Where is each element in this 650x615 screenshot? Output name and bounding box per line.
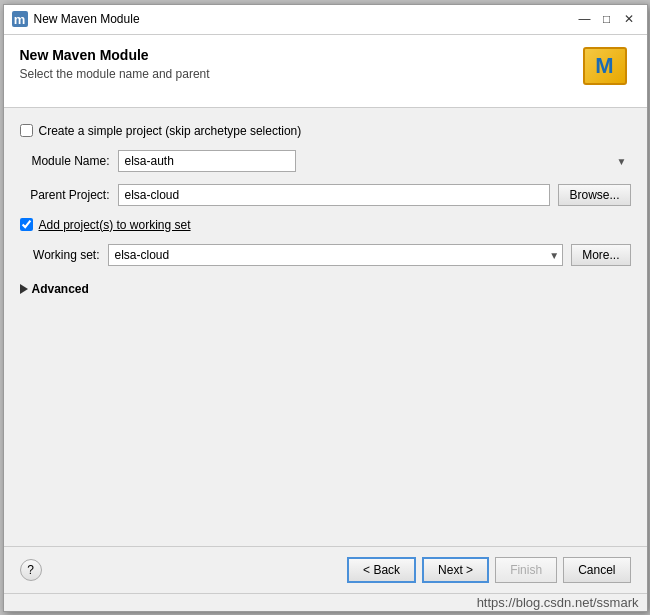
dialog-header: New Maven Module Select the module name …	[4, 35, 647, 108]
close-button[interactable]: ✕	[619, 9, 639, 29]
simple-project-checkbox[interactable]	[20, 124, 33, 137]
next-button[interactable]: Next >	[422, 557, 489, 583]
minimize-button[interactable]: —	[575, 9, 595, 29]
parent-project-input[interactable]	[118, 184, 551, 206]
maven-icon-letter: M	[595, 53, 613, 79]
browse-button[interactable]: Browse...	[558, 184, 630, 206]
dialog-footer: ? < Back Next > Finish Cancel	[4, 546, 647, 593]
status-bar: https://blog.csdn.net/ssmark	[4, 593, 647, 611]
add-working-set-label[interactable]: Add project(s) to working set	[39, 218, 191, 232]
cancel-button[interactable]: Cancel	[563, 557, 630, 583]
advanced-row[interactable]: Advanced	[20, 282, 631, 296]
header-text: New Maven Module Select the module name …	[20, 47, 210, 81]
simple-project-label[interactable]: Create a simple project (skip archetype …	[39, 124, 302, 138]
add-working-set-checkbox[interactable]	[20, 218, 33, 231]
module-name-wrapper: ▼	[118, 150, 631, 172]
window-icon: m	[12, 11, 28, 27]
module-name-label: Module Name:	[20, 154, 110, 168]
more-button[interactable]: More...	[571, 244, 630, 266]
simple-project-row: Create a simple project (skip archetype …	[20, 124, 631, 138]
window-title: New Maven Module	[34, 12, 575, 26]
parent-project-label: Parent Project:	[20, 188, 110, 202]
dialog-title: New Maven Module	[20, 47, 210, 63]
working-set-select[interactable]: elsa-cloud	[108, 244, 564, 266]
content-spacer	[20, 308, 631, 530]
advanced-expand-icon	[20, 284, 28, 294]
title-bar: m New Maven Module — □ ✕	[4, 5, 647, 35]
help-button[interactable]: ?	[20, 559, 42, 581]
maven-icon-box: M	[583, 47, 627, 85]
dialog-window: m New Maven Module — □ ✕ New Maven Modul…	[3, 4, 648, 612]
dialog-subtitle: Select the module name and parent	[20, 67, 210, 81]
dialog-content: Create a simple project (skip archetype …	[4, 108, 647, 546]
working-set-label: Working set:	[20, 248, 100, 262]
working-set-dropdown-wrapper: elsa-cloud ▼	[108, 244, 564, 266]
module-name-row: Module Name: ▼	[20, 150, 631, 172]
working-set-row: Working set: elsa-cloud ▼ More...	[20, 244, 631, 266]
working-set-checkbox-row: Add project(s) to working set	[20, 218, 631, 232]
module-name-dropdown-icon: ▼	[617, 155, 627, 166]
maximize-button[interactable]: □	[597, 9, 617, 29]
advanced-label: Advanced	[32, 282, 89, 296]
module-name-input[interactable]	[118, 150, 296, 172]
back-button[interactable]: < Back	[347, 557, 416, 583]
maven-logo: M	[583, 47, 631, 95]
status-url: https://blog.csdn.net/ssmark	[477, 595, 639, 610]
parent-project-row: Parent Project: Browse...	[20, 184, 631, 206]
finish-button[interactable]: Finish	[495, 557, 557, 583]
window-controls: — □ ✕	[575, 9, 639, 29]
footer-buttons: < Back Next > Finish Cancel	[347, 557, 630, 583]
